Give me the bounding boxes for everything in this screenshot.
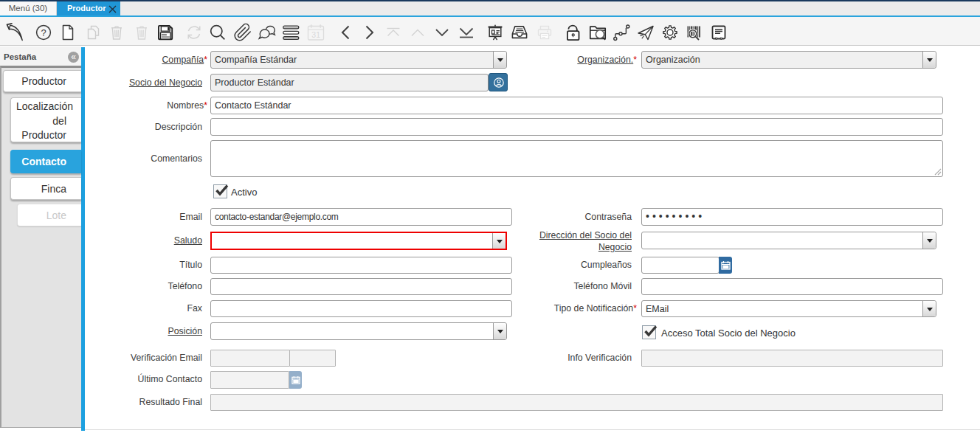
- svg-text:?: ?: [41, 27, 46, 38]
- svg-text:31: 31: [311, 30, 320, 39]
